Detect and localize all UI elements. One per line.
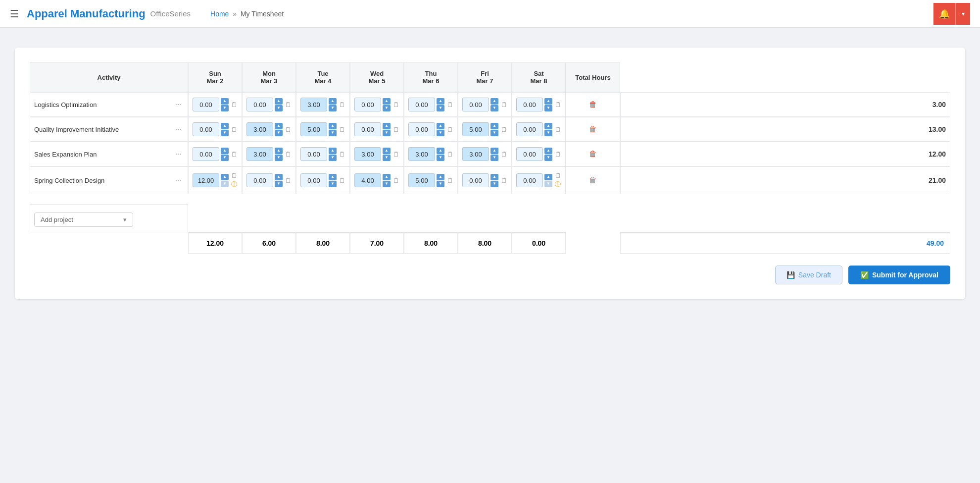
hour-input-2-3[interactable] bbox=[354, 147, 381, 161]
spin-up-2-1[interactable]: ▲ bbox=[275, 148, 283, 154]
user-dropdown-button[interactable]: ▾ bbox=[955, 3, 970, 25]
spin-up-0-1[interactable]: ▲ bbox=[275, 98, 283, 105]
spin-down-2-4[interactable]: ▼ bbox=[437, 155, 444, 161]
note-icon-1-3[interactable]: 🗒 bbox=[393, 126, 399, 133]
hour-input-3-1[interactable] bbox=[246, 173, 273, 187]
spin-down-1-4[interactable]: ▼ bbox=[437, 130, 444, 136]
note-icon-0-6[interactable]: 🗒 bbox=[555, 101, 561, 108]
spin-up-2-6[interactable]: ▲ bbox=[544, 148, 552, 154]
spin-down-1-2[interactable]: ▼ bbox=[329, 130, 337, 136]
spin-down-1-0[interactable]: ▼ bbox=[221, 130, 229, 136]
note-icon-3-2[interactable]: 🗒 bbox=[339, 177, 345, 184]
hour-input-3-0[interactable] bbox=[193, 173, 219, 187]
delete-row-2[interactable]: 🗑 bbox=[587, 149, 599, 160]
note-icon-2-1[interactable]: 🗒 bbox=[285, 151, 292, 158]
hour-input-1-2[interactable] bbox=[300, 122, 327, 136]
spin-down-1-1[interactable]: ▼ bbox=[275, 130, 283, 136]
spin-down-2-3[interactable]: ▼ bbox=[383, 155, 391, 161]
spin-up-2-3[interactable]: ▲ bbox=[383, 148, 391, 154]
note-icon-1-1[interactable]: 🗒 bbox=[285, 126, 292, 133]
row-menu-3[interactable]: ··· bbox=[175, 176, 182, 185]
spin-up-1-0[interactable]: ▲ bbox=[221, 123, 229, 129]
note-icon-1-2[interactable]: 🗒 bbox=[339, 126, 345, 133]
note-icon-0-2[interactable]: 🗒 bbox=[339, 101, 345, 108]
hour-input-2-2[interactable] bbox=[300, 147, 327, 161]
bell-button[interactable]: 🔔 bbox=[933, 3, 955, 25]
spin-down-0-6[interactable]: ▼ bbox=[544, 105, 552, 111]
spin-up-3-4[interactable]: ▲ bbox=[437, 174, 444, 180]
spin-up-2-4[interactable]: ▲ bbox=[437, 148, 444, 154]
hour-input-0-4[interactable] bbox=[408, 98, 435, 111]
spin-down-1-6[interactable]: ▼ bbox=[544, 130, 552, 136]
spin-up-0-4[interactable]: ▲ bbox=[437, 98, 444, 105]
hour-input-1-5[interactable] bbox=[462, 122, 489, 136]
spin-up-1-5[interactable]: ▲ bbox=[490, 123, 498, 129]
note-icon-3-6[interactable]: 🗒 bbox=[555, 172, 561, 179]
spin-up-3-6[interactable]: ▲ bbox=[544, 174, 552, 180]
note-icon-3-4[interactable]: 🗒 bbox=[447, 177, 453, 184]
spin-up-0-0[interactable]: ▲ bbox=[221, 98, 229, 105]
spin-up-2-5[interactable]: ▲ bbox=[490, 148, 498, 154]
spin-up-3-1[interactable]: ▲ bbox=[275, 174, 283, 180]
note-icon-2-2[interactable]: 🗒 bbox=[339, 151, 345, 158]
hour-input-0-0[interactable] bbox=[193, 98, 219, 111]
note-icon-1-0[interactable]: 🗒 bbox=[231, 126, 238, 133]
row-menu-2[interactable]: ··· bbox=[175, 150, 182, 159]
note-icon-0-3[interactable]: 🗒 bbox=[393, 101, 399, 108]
hour-input-1-0[interactable] bbox=[193, 122, 219, 136]
spin-up-0-2[interactable]: ▲ bbox=[329, 98, 337, 105]
note-icon-2-3[interactable]: 🗒 bbox=[393, 151, 399, 158]
hour-input-3-6[interactable] bbox=[516, 173, 543, 187]
spin-down-0-4[interactable]: ▼ bbox=[437, 105, 444, 111]
spin-up-3-0[interactable]: ▲ bbox=[221, 174, 229, 180]
hour-input-3-2[interactable] bbox=[300, 173, 327, 187]
submit-approval-button[interactable]: ✅ Submit for Approval bbox=[848, 266, 950, 284]
spin-down-2-6[interactable]: ▼ bbox=[544, 155, 552, 161]
spin-down-3-3[interactable]: ▼ bbox=[383, 181, 391, 187]
note-icon-3-3[interactable]: 🗒 bbox=[393, 177, 399, 184]
note-icon-3-1[interactable]: 🗒 bbox=[285, 177, 292, 184]
spin-up-2-0[interactable]: ▲ bbox=[221, 148, 229, 154]
hour-input-1-3[interactable] bbox=[354, 122, 381, 136]
note-icon-0-5[interactable]: 🗒 bbox=[501, 101, 507, 108]
note-icon-1-5[interactable]: 🗒 bbox=[501, 126, 507, 133]
row-menu-0[interactable]: ··· bbox=[175, 100, 182, 109]
spin-down-2-1[interactable]: ▼ bbox=[275, 155, 283, 161]
note-icon-0-4[interactable]: 🗒 bbox=[447, 101, 453, 108]
spin-down-0-5[interactable]: ▼ bbox=[490, 105, 498, 111]
spin-up-3-5[interactable]: ▲ bbox=[490, 174, 498, 180]
spin-down-1-5[interactable]: ▼ bbox=[490, 130, 498, 136]
spin-down-3-4[interactable]: ▼ bbox=[437, 181, 444, 187]
note-icon-2-5[interactable]: 🗒 bbox=[501, 151, 507, 158]
spin-up-1-6[interactable]: ▲ bbox=[544, 123, 552, 129]
spin-up-0-6[interactable]: ▲ bbox=[544, 98, 552, 105]
spin-down-0-0[interactable]: ▼ bbox=[221, 105, 229, 111]
note-icon-0-1[interactable]: 🗒 bbox=[285, 101, 292, 108]
spin-up-1-4[interactable]: ▲ bbox=[437, 123, 444, 129]
hour-input-3-4[interactable] bbox=[408, 173, 435, 187]
spin-down-2-0[interactable]: ▼ bbox=[221, 155, 229, 161]
hour-input-1-1[interactable] bbox=[246, 122, 273, 136]
hour-input-2-4[interactable] bbox=[408, 147, 435, 161]
note-icon-2-6[interactable]: 🗒 bbox=[555, 151, 561, 158]
spin-up-1-3[interactable]: ▲ bbox=[383, 123, 391, 129]
spin-down-3-0[interactable]: ▼ bbox=[221, 181, 229, 187]
spin-down-0-1[interactable]: ▼ bbox=[275, 105, 283, 111]
hour-input-0-3[interactable] bbox=[354, 98, 381, 111]
spin-up-3-2[interactable]: ▲ bbox=[329, 174, 337, 180]
spin-down-0-2[interactable]: ▼ bbox=[329, 105, 337, 111]
spin-down-0-3[interactable]: ▼ bbox=[383, 105, 391, 111]
delete-row-1[interactable]: 🗑 bbox=[587, 124, 599, 135]
save-draft-button[interactable]: 💾 Save Draft bbox=[775, 266, 842, 284]
hour-input-2-0[interactable] bbox=[193, 147, 219, 161]
note-icon-2-0[interactable]: 🗒 bbox=[231, 151, 238, 158]
hour-input-0-2[interactable] bbox=[300, 98, 327, 111]
spin-down-2-2[interactable]: ▼ bbox=[329, 155, 337, 161]
spin-down-2-5[interactable]: ▼ bbox=[490, 155, 498, 161]
hour-input-3-5[interactable] bbox=[462, 173, 489, 187]
spin-down-3-2[interactable]: ▼ bbox=[329, 181, 337, 187]
spin-down-3-6[interactable]: ▼ bbox=[544, 181, 552, 187]
hour-input-0-5[interactable] bbox=[462, 98, 489, 111]
hour-input-2-1[interactable] bbox=[246, 147, 273, 161]
breadcrumb-home[interactable]: Home bbox=[210, 10, 229, 18]
